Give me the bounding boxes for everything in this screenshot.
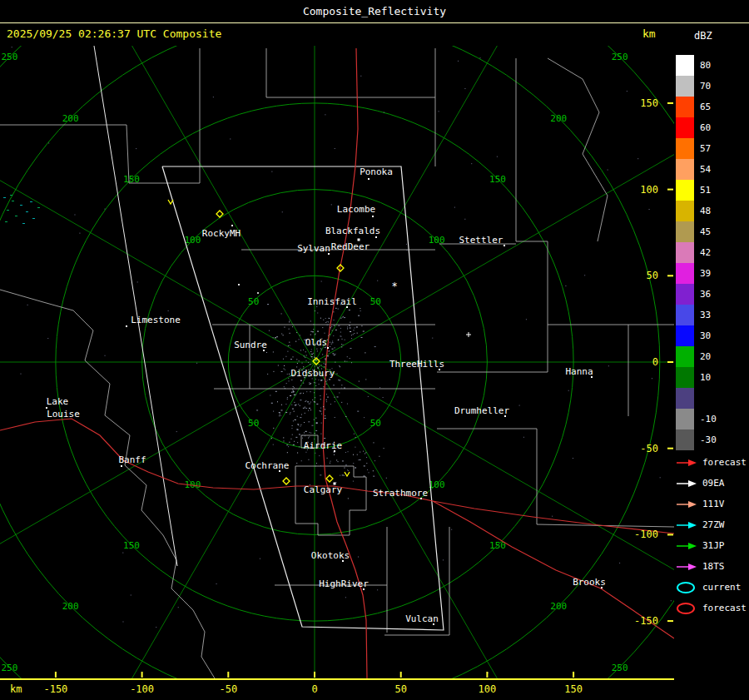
radar-echo <box>379 387 380 388</box>
radar-echo <box>671 600 672 601</box>
radar-echo <box>347 328 348 329</box>
colorbar-value: 30 <box>700 330 711 341</box>
range-ring-label: 200 <box>550 601 567 612</box>
radar-echo <box>287 351 288 352</box>
city-label: Drumheller <box>454 405 510 416</box>
radar-echo <box>355 437 356 438</box>
radar-echo <box>315 465 316 466</box>
radar-echo <box>289 321 290 322</box>
timestamp: 2025/09/25 02:26:37 UTC Composite <box>7 27 221 40</box>
colorbar-swatch <box>676 97 694 117</box>
radar-echo <box>320 408 321 409</box>
radar-echo <box>335 401 335 402</box>
radar-echo <box>273 351 274 352</box>
radar-echo <box>309 432 310 433</box>
colorbar-swatch <box>676 201 694 221</box>
title-bar: Composite_Reflectivity <box>0 0 749 23</box>
legend-item: 111V <box>676 494 747 514</box>
radar-echo <box>329 379 330 380</box>
radar-echo <box>353 463 354 464</box>
radar-echo <box>660 477 661 478</box>
radar-map[interactable]: 5050505010010010010015015015015020020020… <box>0 46 674 678</box>
radar-echo <box>377 280 378 281</box>
radar-echo <box>285 404 286 405</box>
radar-echo <box>325 333 325 334</box>
radar-echo <box>315 382 316 383</box>
radar-echo <box>315 418 316 419</box>
radar-echo <box>340 366 340 367</box>
radar-echo <box>373 476 374 477</box>
city-marker <box>327 347 329 349</box>
radar-plot[interactable]: 5050505010010010010015015015015020020020… <box>0 46 674 678</box>
radar-echo <box>294 395 295 395</box>
radar-echo <box>315 360 317 360</box>
radar-echo <box>350 331 351 332</box>
radar-echo <box>303 393 304 394</box>
legend-item: forecast <box>676 598 747 618</box>
radar-echo <box>298 424 299 425</box>
radar-echo <box>315 379 316 380</box>
radar-echo <box>292 434 293 435</box>
radar-echo <box>363 451 364 452</box>
radar-echo <box>277 401 278 402</box>
radar-echo <box>48 142 49 143</box>
radar-echo <box>291 392 292 393</box>
radar-echo <box>573 458 573 459</box>
radar-echo <box>326 401 327 402</box>
radar-echo <box>294 387 295 388</box>
radar-echo <box>306 391 307 392</box>
radar-echo <box>315 430 317 431</box>
colorbar-value: 48 <box>700 206 711 216</box>
radar-echo <box>340 318 342 319</box>
radar-echo <box>294 441 295 442</box>
city-marker <box>372 216 374 217</box>
colorbar-entry: -10 <box>676 409 717 429</box>
radar-echo <box>332 330 333 331</box>
radar-echo <box>283 359 284 360</box>
radar-echo <box>196 363 197 364</box>
city-label: Hanna <box>565 366 593 377</box>
radar-echo <box>303 408 305 409</box>
radar-echo <box>319 455 320 456</box>
radar-echo <box>406 244 407 245</box>
city-label: Ponoka <box>360 166 393 177</box>
radar-echo <box>342 474 344 475</box>
radar-echo <box>325 114 325 115</box>
radar-echo <box>325 415 325 416</box>
radar-echo <box>136 148 136 149</box>
radar-echo <box>320 474 321 475</box>
radar-echo <box>330 342 330 343</box>
radar-echo <box>350 358 350 359</box>
radar-echo <box>325 409 325 410</box>
range-ring-label: 200 <box>550 113 567 124</box>
radar-echo <box>347 469 348 470</box>
radar-echo <box>281 334 282 335</box>
radar-echo <box>361 325 362 326</box>
radar-echo <box>288 378 289 379</box>
radar-echo <box>340 475 340 476</box>
radar-echo <box>327 397 329 398</box>
city-label: Calgary <box>304 484 343 495</box>
county-boundary <box>437 429 674 527</box>
radar-echo <box>316 423 318 424</box>
radar-echo <box>316 463 317 464</box>
city-label: Strathmore <box>373 488 428 499</box>
radar-echo <box>300 434 300 435</box>
bottom-axis-label: 100 <box>479 683 497 695</box>
radar-echo <box>321 365 322 365</box>
city-label: RedDeer <box>331 241 370 252</box>
radar-echo <box>314 401 315 402</box>
colorbar-swatch <box>676 159 694 180</box>
radar-echo <box>313 324 314 325</box>
radar-echo <box>317 331 319 332</box>
colorbar-entry: 33 <box>676 305 717 325</box>
colorbar-entry: 36 <box>676 284 717 305</box>
side-panel: dBZ 80706560575451484542393633302010-10-… <box>674 23 749 700</box>
radar-echo <box>373 442 374 443</box>
radar-app-window: Composite_Reflectivity 2025/09/25 02:26:… <box>0 0 749 700</box>
radar-echo <box>296 359 297 360</box>
radar-echo <box>351 362 352 363</box>
city-label: Sundre <box>234 340 267 350</box>
radar-echo <box>320 388 321 389</box>
radar-echo <box>335 330 337 330</box>
